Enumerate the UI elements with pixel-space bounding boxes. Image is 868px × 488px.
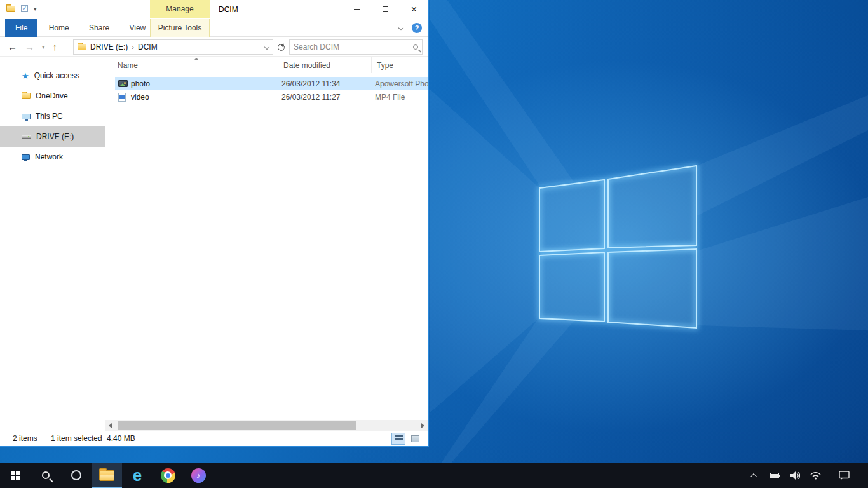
desktop: { "colors": { "accent": "#0078d7", "sele… — [0, 0, 868, 488]
folder-icon[interactable] — [6, 6, 15, 12]
file-type: Apowersoft Pho — [375, 79, 428, 88]
tray-chevron-up-button[interactable] — [747, 463, 761, 488]
taskbar-chrome-button[interactable] — [153, 463, 183, 488]
scrollbar-track[interactable] — [116, 420, 417, 431]
tray-network-button[interactable] — [808, 463, 822, 488]
sort-ascending-icon — [194, 58, 199, 60]
help-icon[interactable]: ? — [412, 23, 422, 33]
column-headers: Name Date modified Type — [105, 57, 428, 73]
itunes-icon: ♪ — [191, 468, 206, 483]
scroll-left-icon — [109, 423, 112, 428]
scroll-right-button[interactable] — [417, 420, 428, 431]
battery-icon — [770, 473, 779, 478]
window-controls: × — [342, 0, 428, 18]
details-view-button[interactable] — [391, 433, 405, 445]
sidebar-item-quick-access[interactable]: ★ Quick access — [0, 65, 105, 86]
taskbar-internet-explorer-button[interactable]: e — [122, 463, 153, 488]
file-row-video[interactable]: video 26/03/2012 11:27 MP4 File — [115, 90, 428, 104]
qat-dropdown-icon[interactable]: ▾ — [34, 6, 37, 12]
address-bar[interactable]: DRIVE (E:) › DCIM — [73, 39, 273, 55]
explorer-body: ★ Quick access OneDrive This PC DRIVE (E… — [0, 57, 428, 431]
breadcrumb-drive[interactable]: DRIVE (E:) — [90, 43, 128, 51]
chrome-icon — [161, 468, 175, 483]
refresh-icon — [278, 44, 285, 51]
taskbar-file-explorer-button[interactable] — [92, 463, 122, 488]
action-center-icon — [839, 471, 850, 480]
file-explorer-icon — [99, 470, 114, 481]
file-type: MP4 File — [375, 93, 428, 102]
start-button[interactable] — [0, 463, 31, 488]
sidebar-item-label: DRIVE (E:) — [36, 132, 74, 141]
file-row-photo[interactable]: photo 26/03/2012 11:34 Apowersoft Pho — [115, 77, 428, 90]
quick-access-toolbar: ✓ ▾ — [6, 5, 37, 12]
maximize-button[interactable] — [371, 0, 400, 18]
scrollbar-thumb[interactable] — [118, 421, 356, 430]
onedrive-folder-icon — [22, 93, 31, 99]
forward-button[interactable]: → — [25, 42, 34, 51]
column-header-type[interactable]: Type — [372, 57, 428, 73]
search-input[interactable] — [294, 43, 413, 51]
action-center-button[interactable] — [829, 471, 859, 480]
properties-icon[interactable]: ✓ — [21, 5, 28, 12]
windows-logo — [539, 166, 696, 328]
status-size: 4.40 MB — [107, 431, 135, 446]
drive-icon — [22, 135, 31, 139]
tab-picture-tools[interactable]: Picture Tools — [150, 19, 210, 37]
minimize-button[interactable] — [342, 0, 371, 18]
sidebar-item-network[interactable]: Network — [0, 147, 105, 167]
ribbon-tabs: File Home Share View Picture Tools ? — [0, 19, 428, 37]
sidebar-item-onedrive[interactable]: OneDrive — [0, 86, 105, 106]
sidebar-item-this-pc[interactable]: This PC — [0, 106, 105, 126]
contextual-tab-group-label: Manage — [150, 0, 210, 18]
file-explorer-window: ✓ ▾ Manage DCIM × File Home Share View P… — [0, 0, 429, 447]
wifi-icon — [810, 471, 821, 480]
maximize-icon — [383, 6, 388, 12]
scroll-right-icon — [421, 423, 424, 428]
address-bar-row: ← → ▾ ↑ DRIVE (E:) › DCIM — [0, 37, 428, 57]
column-header-name[interactable]: Name — [105, 57, 281, 73]
taskbar-itunes-button[interactable]: ♪ — [183, 463, 214, 488]
file-date-modified: 26/03/2012 11:34 — [281, 79, 375, 88]
close-icon: × — [411, 4, 417, 15]
tab-file[interactable]: File — [5, 19, 37, 37]
tab-share[interactable]: Share — [80, 19, 118, 37]
tray-battery-button[interactable] — [768, 463, 782, 488]
file-date-modified: 26/03/2012 11:27 — [281, 93, 375, 102]
taskbar-search-button[interactable] — [31, 463, 61, 488]
cortana-button[interactable] — [61, 463, 92, 488]
sidebar-item-drive-e[interactable]: DRIVE (E:) — [0, 126, 105, 147]
navigation-pane: ★ Quick access OneDrive This PC DRIVE (E… — [0, 57, 105, 431]
tab-home[interactable]: Home — [40, 19, 78, 37]
titlebar: ✓ ▾ Manage DCIM × — [0, 0, 428, 19]
scroll-left-button[interactable] — [105, 420, 116, 431]
tray-volume-button[interactable] — [788, 463, 802, 488]
sidebar-item-label: Quick access — [34, 71, 79, 80]
back-button[interactable]: ← — [8, 42, 17, 51]
breadcrumb-separator-icon: › — [132, 43, 134, 51]
taskbar: e ♪ — [0, 463, 868, 488]
thumbnails-view-icon — [411, 435, 419, 442]
column-header-date-modified[interactable]: Date modified — [281, 57, 372, 73]
windows-start-icon — [11, 471, 20, 480]
star-icon: ★ — [22, 72, 29, 80]
network-icon — [22, 154, 30, 160]
status-selection: 1 item selected — [51, 431, 102, 446]
address-dropdown-icon[interactable] — [264, 44, 269, 50]
close-button[interactable]: × — [400, 0, 428, 18]
cortana-icon — [71, 470, 81, 480]
thumbnails-view-button[interactable] — [408, 433, 422, 445]
horizontal-scrollbar[interactable] — [105, 420, 428, 431]
file-name: photo — [131, 79, 281, 88]
minimize-icon — [354, 9, 360, 10]
breadcrumb-dcim[interactable]: DCIM — [138, 43, 158, 51]
refresh-button[interactable] — [276, 42, 286, 52]
file-list: Name Date modified Type photo 26/03/2012… — [105, 57, 428, 420]
search-icon — [413, 44, 418, 50]
up-button[interactable]: ↑ — [53, 42, 58, 51]
search-box[interactable] — [289, 39, 423, 55]
window-title: DCIM — [219, 0, 238, 19]
pc-icon — [22, 114, 31, 119]
system-tray — [747, 463, 868, 488]
recent-locations-icon[interactable]: ▾ — [42, 44, 45, 50]
expand-ribbon-icon[interactable] — [398, 25, 403, 30]
